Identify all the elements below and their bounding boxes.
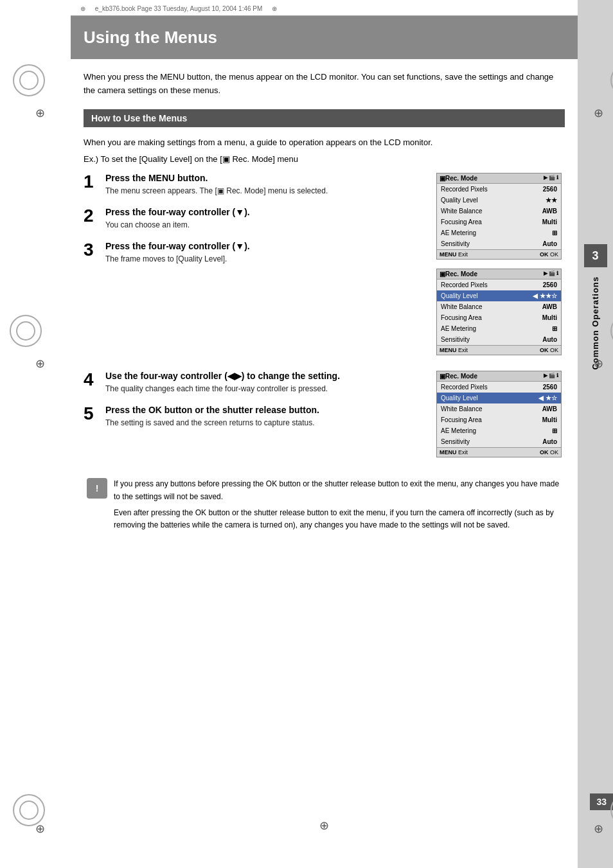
menu-1-row-4-value: ⊞ [552, 228, 557, 238]
section-title: How to Use the Menus [91, 113, 187, 123]
menu-1-row-3: Focusing Area Multi [437, 217, 561, 227]
menu-1-row-0-label: Recorded Pixels [441, 184, 488, 194]
menu-1-row-0-value: 2560 [543, 184, 557, 194]
menu-3-row-5-value: Auto [542, 437, 557, 447]
menu-3-row-4-label: AE Metering [441, 426, 476, 436]
step-1-number: 1 [84, 173, 99, 191]
menu-2-row-1-value: ◀ ★★☆ [533, 291, 557, 301]
menu-3-row-0-value: 2560 [543, 382, 557, 392]
menu-1-row-3-label: Focusing Area [441, 217, 482, 227]
menu-3-icons: ▶ 🎬 ℹ [544, 373, 558, 380]
step-5-desc: The setting is saved and the screen retu… [105, 417, 427, 429]
menu-1-row-5-value: Auto [542, 239, 557, 249]
menu-3-footer-right: OK OK [540, 449, 558, 456]
menu-2-row-0-label: Recorded Pixels [441, 280, 488, 290]
menu-1-footer: MENU Exit OK OK [437, 249, 561, 259]
menu-3-titlebar: ▣Rec. Mode ▶ 🎬 ℹ [437, 371, 561, 382]
menu-2-icon-info: ℹ [556, 270, 558, 278]
menu-3-row-3-value: Multi [542, 415, 557, 425]
menu-1-titlebar: ▣Rec. Mode ▶ 🎬 ℹ [437, 173, 561, 184]
menu-1-row-2: White Balance AWB [437, 206, 561, 217]
menu-3-icon-video: 🎬 [549, 373, 555, 380]
menu-3-row-0-label: Recorded Pixels [441, 382, 488, 392]
step-4-title: Use the four-way controller (◀▶) to chan… [105, 371, 427, 381]
note-area: ! If you press any buttons before pressi… [84, 478, 565, 531]
example-line: Ex.) To set the [Quality Level] on the [… [84, 154, 565, 164]
page-number: 33 [590, 793, 613, 810]
filepath-line: ⊕ e_kb376.book Page 33 Tuesday, August 1… [71, 0, 578, 16]
menu-3-icon-info: ℹ [556, 373, 558, 380]
crosshair-right-top: ⊕ [594, 106, 603, 120]
step-3-title: Press the four-way controller (▼). [105, 241, 427, 251]
menu-2-row-5-label: Sensitivity [441, 335, 470, 344]
step-2-content: Press the four-way controller (▼). You c… [105, 207, 427, 231]
menu-3-title: ▣Rec. Mode [440, 373, 477, 380]
menu-icon-video: 🎬 [549, 175, 555, 182]
menu-2-footer-right: OK OK [540, 347, 558, 353]
menu-2-row-0-value: 2560 [543, 280, 557, 290]
crosshair-left-bottom: ⊕ [35, 822, 45, 836]
menu-2-row-2: White Balance AWB [437, 301, 561, 312]
menu-1-footer-left: MENU Exit [440, 251, 468, 258]
step-5-content: Press the OK button or the shutter relea… [105, 405, 427, 429]
page-container: ⊕ ⊕ ⊕ ⊕ e_kb376.book Page 33 Tuesday, Au… [0, 0, 613, 868]
menu-1-title: ▣Rec. Mode [440, 175, 477, 182]
step-2-desc: You can choose an item. [105, 219, 427, 231]
menu-1-icons: ▶ 🎬 ℹ [544, 175, 558, 182]
step-4-desc: The quality changes each time the four-w… [105, 383, 427, 394]
section-intro: When you are making settings from a menu… [84, 136, 565, 150]
menu-2-row-0: Recorded Pixels 2560 [437, 279, 561, 290]
menu-3-row-5-label: Sensitivity [441, 437, 470, 447]
menu-1-row-1-value: ★★ [546, 195, 557, 205]
menu-2-row-1-label: Quality Level [441, 291, 478, 301]
menu-3-row-1: Quality Level ◀ ★☆ [437, 393, 561, 403]
menu-icon-play: ▶ [544, 175, 547, 182]
menu-1-row-1: Quality Level ★★ [437, 195, 561, 206]
caution-icon-symbol: ! [96, 483, 99, 493]
note-1: If you press any buttons before pressing… [114, 478, 565, 502]
note-content: If you press any buttons before pressing… [114, 478, 565, 531]
menu-1-row-2-label: White Balance [441, 206, 482, 216]
step-2-number: 2 [84, 207, 99, 225]
crosshair-right-mid: ⊕ [594, 357, 603, 371]
chapter-title: Using the Menus [84, 28, 565, 48]
menu-2-row-4-label: AE Metering [441, 324, 476, 333]
crosshair-bottom-center: ⊕ [319, 819, 329, 833]
menu-screen-3: ▣Rec. Mode ▶ 🎬 ℹ Recorded Pixels 2560 [436, 371, 562, 457]
step-2-title: Press the four-way controller (▼). [105, 207, 427, 217]
menu-2-row-3: Focusing Area Multi [437, 312, 561, 323]
menu-1-row-4: AE Metering ⊞ [437, 227, 561, 238]
menu-2-row-5: Sensitivity Auto [437, 334, 561, 345]
menu-1-footer-right: OK OK [540, 251, 558, 258]
menu-2-row-5-value: Auto [542, 335, 557, 344]
crosshair-top-right: ⊕ [272, 5, 277, 12]
menu-3-footer-left: MENU Exit [440, 449, 468, 456]
step-1-title: Press the MENU button. [105, 173, 427, 183]
menu-2-row-3-label: Focusing Area [441, 313, 482, 323]
menu-2-title: ▣Rec. Mode [440, 270, 477, 278]
crosshair-top: ⊕ [80, 5, 85, 12]
chapter-header: Using the Menus [71, 16, 578, 59]
menu-3-row-0: Recorded Pixels 2560 [437, 382, 561, 393]
steps-left: 1 Press the MENU button. The menu screen… [84, 173, 427, 364]
step-2: 2 Press the four-way controller (▼). You… [84, 207, 427, 231]
menu-1-row-3-value: Multi [542, 217, 557, 227]
step-3-number: 3 [84, 241, 99, 259]
menu-3-footer: MENU Exit OK OK [437, 447, 561, 457]
menu-screen-2: ▣Rec. Mode ▶ 🎬 ℹ Recorded Pixels 2560 [436, 269, 562, 355]
step-3: 3 Press the four-way controller (▼). The… [84, 241, 427, 265]
menu-3-row-1-value: ◀ ★☆ [538, 393, 557, 403]
menu-1-row-5: Sensitivity Auto [437, 238, 561, 249]
menu-2-icons: ▶ 🎬 ℹ [544, 270, 558, 278]
menu-3-icon-play: ▶ [544, 373, 547, 380]
menu-2-row-1: Quality Level ◀ ★★☆ [437, 290, 561, 301]
menu-3-row-3-label: Focusing Area [441, 415, 482, 425]
crosshair-left-mid: ⊕ [35, 357, 45, 371]
step-5-number: 5 [84, 405, 99, 423]
steps-lower-left: 4 Use the four-way controller (◀▶) to ch… [84, 371, 427, 466]
menu-3-row-1-label: Quality Level [441, 393, 478, 403]
steps-area-lower: 4 Use the four-way controller (◀▶) to ch… [84, 371, 565, 466]
step-1-desc: The menu screen appears. The [▣ Rec. Mod… [105, 185, 427, 197]
menu-3-row-2: White Balance AWB [437, 403, 561, 414]
step-1: 1 Press the MENU button. The menu screen… [84, 173, 427, 197]
